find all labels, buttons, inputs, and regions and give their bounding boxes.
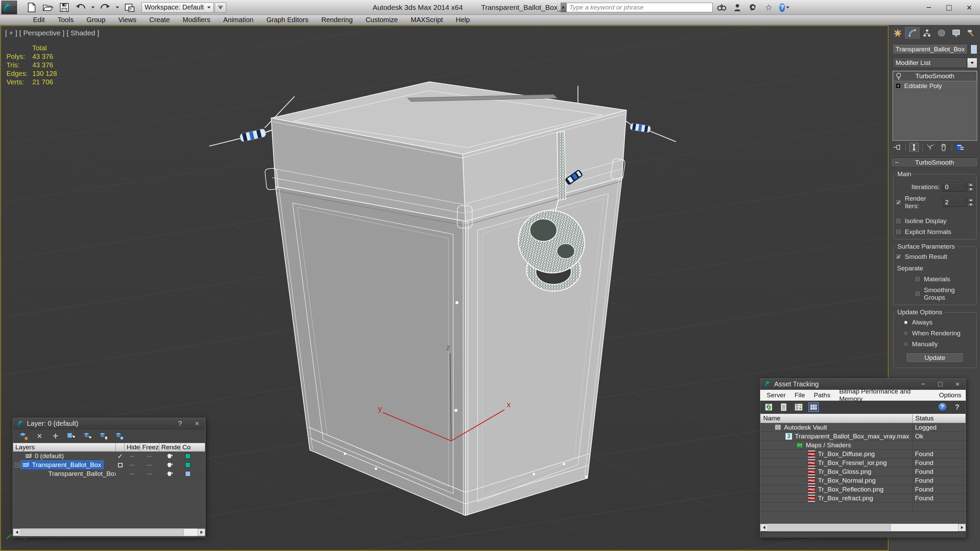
freeze-toggle[interactable]: -- <box>140 469 159 478</box>
redo-button[interactable] <box>99 2 111 13</box>
asset-row-map[interactable]: PNG Tr_Box_Fresnel_ior.png Found <box>760 459 966 467</box>
menu-create[interactable]: Create <box>143 15 176 25</box>
undo-dropdown-arrow[interactable] <box>91 6 95 8</box>
configure-modifier-sets-button[interactable] <box>956 143 965 152</box>
help-button[interactable]: ? <box>779 2 789 13</box>
undo-button[interactable] <box>75 2 86 13</box>
favorites-button[interactable]: ☆ <box>764 2 774 13</box>
minimize-button[interactable]: − <box>921 380 925 388</box>
modifier-list-arrow-button[interactable] <box>967 58 977 68</box>
column-name[interactable]: Name <box>760 414 913 423</box>
render-iters-spinner[interactable] <box>967 198 974 207</box>
expand-icon[interactable]: + <box>896 83 901 89</box>
layer-color-swatch[interactable] <box>185 462 191 468</box>
close-button[interactable]: × <box>956 380 959 388</box>
render-toggle[interactable] <box>159 469 180 478</box>
iterations-spinner[interactable] <box>967 183 974 192</box>
tab-display[interactable] <box>949 27 963 39</box>
menu-server[interactable]: Server <box>762 392 790 399</box>
isoline-checkbox[interactable] <box>896 218 902 224</box>
smoothing-groups-checkbox[interactable] <box>915 291 921 297</box>
asset-row-map[interactable]: PNG Tr_Box_Reflection.png Found <box>760 485 966 494</box>
scroll-right-button[interactable] <box>958 524 966 531</box>
stack-item-turbosmooth[interactable]: TurboSmooth <box>893 71 977 81</box>
column-render[interactable]: Render <box>159 443 180 452</box>
update-button[interactable]: Update <box>906 353 964 363</box>
object-name-field[interactable]: Transparent_Ballot_Box <box>892 44 968 54</box>
layer-row-transparent-ballot-box[interactable]: − Transparent_Ballot_Box -- -- <box>13 460 205 469</box>
asset-row-map[interactable]: PNG Tr_Box_Gloss.png Found <box>760 467 966 476</box>
remove-modifier-button[interactable] <box>939 143 948 152</box>
explicit-normals-checkbox[interactable] <box>896 229 902 235</box>
highlight-layer-button[interactable] <box>98 431 108 441</box>
asset-row-map[interactable]: PNG Tr_Box_refract.png Found <box>760 494 966 503</box>
table-view-button[interactable] <box>808 402 819 412</box>
column-hide[interactable]: Hide <box>124 443 140 452</box>
close-button[interactable]: × <box>967 2 972 13</box>
always-radio[interactable] <box>903 320 908 325</box>
search-input[interactable] <box>566 3 713 12</box>
when-rendering-radio[interactable] <box>903 330 908 336</box>
lightbulb-icon[interactable] <box>896 73 901 80</box>
object-color-swatch[interactable] <box>185 471 191 476</box>
menu-group[interactable]: Group <box>80 15 112 25</box>
current-layer-toggle[interactable] <box>116 460 124 469</box>
render-toggle[interactable] <box>159 452 180 460</box>
project-folder-button[interactable] <box>124 2 135 13</box>
select-layer-button[interactable] <box>82 431 92 441</box>
menu-maxscript[interactable]: MAXScript <box>404 15 449 25</box>
delete-layer-button[interactable]: × <box>34 431 45 441</box>
materials-checkbox[interactable] <box>915 276 921 282</box>
freeze-toggle[interactable]: -- <box>140 452 159 460</box>
pin-stack-button[interactable] <box>892 143 902 152</box>
create-layer-button[interactable] <box>18 431 29 441</box>
minimize-button[interactable]: − <box>926 2 931 13</box>
menu-help[interactable]: Help <box>450 15 476 25</box>
maximize-button[interactable]: □ <box>946 2 952 13</box>
smooth-result-checkbox[interactable]: ✓ <box>896 254 902 260</box>
collapse-icon[interactable]: − <box>15 463 19 467</box>
column-current[interactable] <box>116 443 124 452</box>
maximize-button[interactable]: □ <box>938 380 943 388</box>
column-color[interactable]: Co <box>180 443 205 452</box>
tab-modify[interactable] <box>905 27 920 39</box>
communication-center-button[interactable] <box>748 2 758 13</box>
menu-options[interactable]: Options <box>935 392 966 399</box>
add-to-layer-button[interactable]: + <box>50 431 60 441</box>
manually-radio[interactable] <box>903 341 908 347</box>
make-unique-button[interactable] <box>926 143 935 152</box>
layer-color-swatch[interactable] <box>185 453 191 459</box>
scroll-right-button[interactable] <box>198 529 205 536</box>
column-freeze[interactable]: Freeze <box>140 443 159 452</box>
new-file-button[interactable] <box>26 2 37 13</box>
menu-edit[interactable]: Edit <box>27 15 51 25</box>
menu-views[interactable]: Views <box>112 15 143 25</box>
modifier-list-dropdown[interactable]: Modifier List <box>892 58 967 68</box>
scrollbar-thumb[interactable] <box>768 524 891 530</box>
scroll-left-button[interactable] <box>13 529 21 536</box>
layer-dialog-titlebar[interactable]: Layer: 0 (default) ? × <box>13 418 205 429</box>
infocenter-collapse-button[interactable] <box>561 3 566 12</box>
refresh-button[interactable] <box>764 402 774 412</box>
scrollbar-thumb[interactable] <box>21 529 184 535</box>
subscription-center-button[interactable] <box>732 2 743 13</box>
help-button[interactable]: ? <box>178 419 182 427</box>
open-file-button[interactable] <box>42 2 54 13</box>
current-layer-check[interactable]: ✓ <box>116 452 124 460</box>
selected-layer[interactable]: Transparent_Ballot_Box <box>21 460 103 469</box>
menu-animation[interactable]: Animation <box>217 15 260 25</box>
render-toggle[interactable] <box>159 460 180 469</box>
tab-hierarchy[interactable] <box>920 27 934 39</box>
asset-row-map[interactable]: PNG Tr_Box_Normal.png Found <box>760 476 966 485</box>
workspace-menu-button[interactable] <box>215 2 226 13</box>
redo-dropdown-arrow[interactable] <box>116 6 119 8</box>
select-objects-button[interactable] <box>66 431 76 441</box>
spin-up[interactable] <box>967 198 974 202</box>
layer-properties-button[interactable] <box>115 431 124 441</box>
render-iters-checkbox[interactable]: ✓ <box>896 199 902 205</box>
object-row-transparent-ballot-box[interactable]: Transparent_Ballot_Box -- -- <box>13 469 205 478</box>
object-color-swatch[interactable] <box>970 44 977 54</box>
viewport-menu-pov[interactable]: [ Perspective ] <box>19 29 65 37</box>
asset-row-maps-shaders[interactable]: Maps / Shaders <box>760 441 966 449</box>
viewport-menu-general[interactable]: [ + ] <box>5 29 18 37</box>
